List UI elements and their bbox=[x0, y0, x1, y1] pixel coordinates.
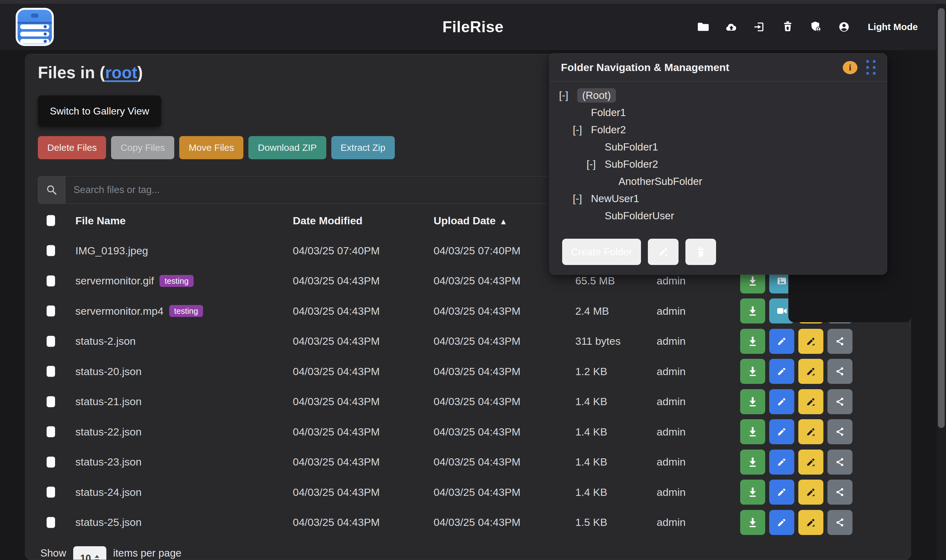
rename-button[interactable] bbox=[798, 480, 823, 505]
file-name[interactable]: status-24.json bbox=[75, 486, 142, 498]
column-header-file-name[interactable]: File Name bbox=[75, 212, 126, 229]
table-row: status-22.json04/03/25 04:43PM04/03/25 0… bbox=[25, 417, 911, 447]
folder-tree-item[interactable]: [-]NewUser1 bbox=[550, 190, 887, 207]
column-header-upload-date[interactable]: Upload Date▲ bbox=[434, 212, 508, 229]
delete-files-button[interactable]: Delete Files bbox=[38, 136, 106, 159]
file-name[interactable]: status-23.json bbox=[75, 456, 142, 468]
root-link[interactable]: root bbox=[105, 63, 137, 82]
folder-tree-item[interactable]: AnotherSubFolder bbox=[550, 173, 887, 190]
edit-button[interactable] bbox=[769, 329, 794, 354]
move-files-button[interactable]: Move Files bbox=[179, 136, 243, 159]
select-all-checkbox[interactable] bbox=[47, 215, 55, 226]
create-folder-button[interactable]: Create Folder bbox=[562, 239, 641, 265]
column-header-date-modified[interactable]: Date Modified bbox=[293, 212, 363, 229]
user-profile-icon[interactable] bbox=[837, 20, 851, 34]
tag-badge[interactable]: testing bbox=[169, 305, 203, 317]
drag-handle-icon[interactable] bbox=[866, 60, 875, 75]
download-button[interactable] bbox=[740, 480, 765, 505]
folder-icon[interactable] bbox=[696, 20, 710, 34]
download-button[interactable] bbox=[740, 510, 765, 535]
folder-tree-item[interactable]: [-](Root) bbox=[550, 87, 887, 104]
row-checkbox[interactable] bbox=[47, 306, 55, 317]
collapse-toggle[interactable]: [-] bbox=[573, 124, 591, 136]
rename-button[interactable] bbox=[798, 449, 823, 475]
scrollbar[interactable] bbox=[937, 4, 946, 560]
download-button[interactable] bbox=[740, 389, 765, 414]
theme-toggle[interactable]: Light Mode bbox=[868, 22, 918, 32]
edit-button[interactable] bbox=[769, 510, 794, 535]
folder-name[interactable]: Folder2 bbox=[591, 124, 626, 136]
file-name[interactable]: servermonitor.gif bbox=[75, 275, 154, 287]
restore-trash-icon[interactable] bbox=[781, 20, 795, 34]
scrollbar-thumb[interactable] bbox=[938, 8, 945, 428]
share-button[interactable] bbox=[828, 419, 852, 444]
row-checkbox[interactable] bbox=[47, 396, 55, 407]
rename-button[interactable] bbox=[798, 359, 823, 384]
logout-icon[interactable] bbox=[753, 20, 766, 34]
folder-name[interactable]: (Root) bbox=[577, 88, 616, 103]
info-icon[interactable]: i bbox=[843, 61, 857, 74]
folder-tree-item[interactable]: [-]SubFolder2 bbox=[550, 155, 887, 173]
row-checkbox[interactable] bbox=[47, 426, 55, 437]
folder-name[interactable]: NewUser1 bbox=[591, 193, 639, 205]
edit-button[interactable] bbox=[769, 389, 794, 414]
download-button[interactable] bbox=[740, 298, 765, 323]
rename-button[interactable] bbox=[798, 510, 823, 535]
folder-name[interactable]: SubFolderUser bbox=[605, 210, 674, 222]
file-name[interactable]: status-20.json bbox=[75, 365, 142, 378]
gallery-view-button[interactable]: Switch to Gallery View bbox=[38, 95, 161, 127]
search-icon[interactable] bbox=[38, 176, 65, 204]
folder-name[interactable]: SubFolder1 bbox=[605, 141, 658, 153]
download-button[interactable] bbox=[740, 329, 765, 354]
folder-tree-item[interactable]: SubFolderUser bbox=[550, 207, 887, 224]
file-name[interactable]: status-22.json bbox=[75, 426, 142, 438]
share-button[interactable] bbox=[828, 510, 852, 535]
rename-button[interactable] bbox=[798, 329, 823, 354]
edit-button[interactable] bbox=[769, 449, 794, 475]
file-name[interactable]: status-21.json bbox=[75, 395, 142, 408]
tag-badge[interactable]: testing bbox=[160, 275, 194, 287]
edit-button[interactable] bbox=[769, 480, 794, 505]
folder-tree-item[interactable]: Folder1 bbox=[550, 104, 887, 121]
rename-button[interactable] bbox=[798, 389, 823, 414]
file-name[interactable]: status-2.json bbox=[75, 335, 136, 347]
download-button[interactable] bbox=[740, 419, 765, 444]
collapse-toggle[interactable]: [-] bbox=[559, 89, 577, 102]
rename-button[interactable] bbox=[798, 419, 823, 444]
folder-name[interactable]: AnotherSubFolder bbox=[618, 175, 702, 188]
row-checkbox[interactable] bbox=[47, 366, 55, 377]
share-button[interactable] bbox=[828, 389, 852, 414]
edit-button[interactable] bbox=[769, 419, 794, 444]
collapse-toggle[interactable]: [-] bbox=[586, 158, 605, 170]
share-button[interactable] bbox=[828, 329, 852, 354]
share-button[interactable] bbox=[828, 449, 852, 475]
file-name[interactable]: status-25.json bbox=[75, 516, 142, 528]
download-zip-button[interactable]: Download ZIP bbox=[248, 136, 326, 159]
row-actions bbox=[740, 387, 852, 417]
row-checkbox[interactable] bbox=[47, 275, 55, 286]
download-button[interactable] bbox=[740, 449, 765, 475]
folder-tree-item[interactable]: SubFolder1 bbox=[550, 138, 887, 155]
folder-name[interactable]: SubFolder2 bbox=[605, 158, 658, 170]
admin-shield-icon[interactable] bbox=[809, 20, 823, 34]
collapse-toggle[interactable]: [-] bbox=[573, 193, 591, 205]
row-checkbox[interactable] bbox=[47, 457, 55, 468]
download-button[interactable] bbox=[740, 359, 765, 384]
items-per-page-select[interactable]: 10 bbox=[73, 546, 106, 560]
folder-name[interactable]: Folder1 bbox=[591, 107, 626, 118]
extract-zip-button[interactable]: Extract Zip bbox=[331, 136, 395, 159]
upload-cloud-icon[interactable] bbox=[724, 20, 738, 34]
folder-tree-item[interactable]: [-]Folder2 bbox=[550, 121, 887, 138]
file-name[interactable]: IMG_0193.jpeg bbox=[75, 245, 148, 257]
row-checkbox[interactable] bbox=[47, 336, 55, 347]
rename-folder-button[interactable] bbox=[648, 239, 678, 265]
row-checkbox[interactable] bbox=[47, 517, 55, 528]
row-checkbox[interactable] bbox=[47, 487, 55, 498]
delete-folder-button[interactable] bbox=[685, 239, 716, 265]
file-name[interactable]: servermonitor.mp4 bbox=[75, 305, 164, 317]
row-checkbox[interactable] bbox=[47, 245, 55, 256]
share-button[interactable] bbox=[828, 359, 852, 384]
copy-files-button[interactable]: Copy Files bbox=[111, 136, 174, 159]
edit-button[interactable] bbox=[769, 359, 794, 384]
share-button[interactable] bbox=[828, 480, 852, 505]
